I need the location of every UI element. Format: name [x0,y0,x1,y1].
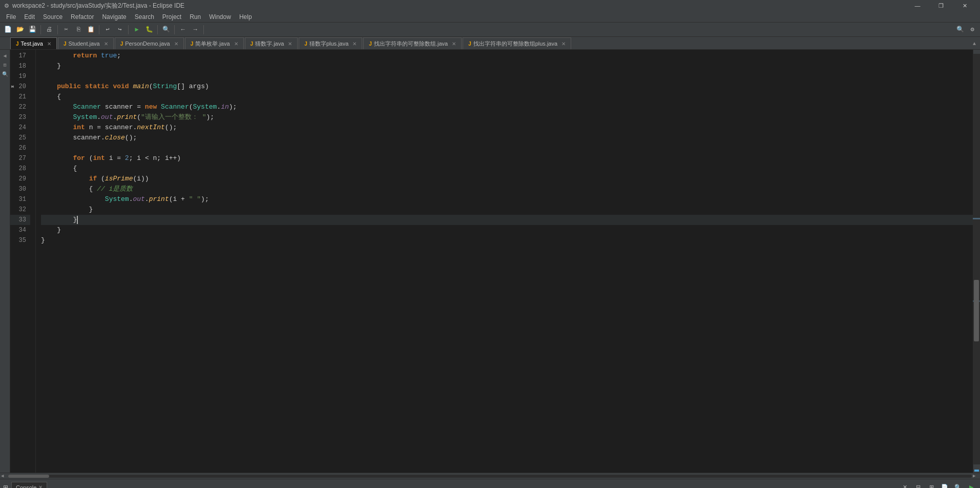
maximize-button[interactable]: ❐ [930,0,952,11]
tab-close-findstrplus[interactable]: ✕ [561,41,566,47]
h-scroll-right[interactable]: ▶ [973,473,979,479]
tab-close-simpleenum[interactable]: ✕ [234,41,238,47]
tab-icon-guessnumber: J [251,41,254,47]
code-line-30: { // i是质数 [41,184,973,194]
menu-refactor[interactable]: Refactor [67,11,98,23]
line-num-22: 22 [10,102,30,112]
toolbar-save[interactable]: 💾 [27,24,38,35]
editor-layout: ◀ ⊞ 🔍 17 18 19 20◀ 21 22 23 24 25 26 27 … [0,50,980,473]
tab-close-student[interactable]: ✕ [104,41,108,47]
toolbar-search[interactable]: 🔍 [160,24,172,35]
menu-project[interactable]: Project [158,11,185,23]
console-tab-close[interactable]: ✕ [38,484,43,488]
left-icon-1[interactable]: ◀ [1,52,9,60]
menu-search[interactable]: Search [131,11,158,23]
h-scroll-track[interactable] [8,475,972,478]
horizontal-scrollbar[interactable]: ◀ ▶ [0,473,980,479]
line-num-25: 25 [10,133,30,143]
toolbar-right-2[interactable]: ⚙ [967,24,978,35]
console-btn-4[interactable]: 📄 [939,482,950,489]
code-line-32: } [41,205,973,215]
line-num-30: 30 [10,184,30,194]
menu-source[interactable]: Source [39,11,67,23]
title-bar: ⚙ workspace2 - study/src/javaStudy/实验2/T… [0,0,980,11]
console-btn-5[interactable]: 🔍 [952,482,964,489]
toolbar-cut[interactable]: ✂ [60,24,72,35]
line-num-35: 35 [10,235,30,246]
minimize-button[interactable]: — [906,0,929,11]
toolbar-sep-5 [157,25,158,34]
tab-test-java[interactable]: J Test.java ✕ [10,37,57,49]
console-btn-3[interactable]: ⊞ [926,482,937,489]
toolbar-right-1[interactable]: 🔍 [954,24,966,35]
toolbar-forward[interactable]: → [190,24,201,35]
tab-findstr-java[interactable]: J 找出字符串的可整除数组.java ✕ [363,37,462,49]
tab-student-java[interactable]: J Student.java ✕ [58,37,114,49]
tab-icon-student: J [64,41,67,47]
tab-guessnumber-java[interactable]: J 猜数字.java ✕ [245,37,298,49]
tab-close-guessnumber[interactable]: ✕ [288,41,292,47]
console-btn-2[interactable]: ⊟ [912,482,924,489]
toolbar-sep-6 [174,25,175,34]
line-num-23: 23 [10,112,30,123]
bottom-panel: ⊞ Console ✕ ✕ ⊟ ⊞ 📄 🔍 ▶ [0,479,980,488]
tab-close-findstr[interactable]: ✕ [452,41,456,47]
tab-scroll-up[interactable]: ▲ [969,38,980,49]
code-line-34: } [41,225,973,235]
line-num-29: 29 [10,174,30,184]
console-icon-area: ⊞ [3,484,8,489]
line-num-33: 33 [10,215,30,225]
toolbar-open[interactable]: 📂 [14,24,26,35]
code-content-area[interactable]: return true; } public static void main(S… [36,50,973,473]
menu-run[interactable]: Run [185,11,205,23]
toolbar-back[interactable]: ← [177,24,189,35]
menu-edit[interactable]: Edit [20,11,39,23]
tab-guessnumberplus-java[interactable]: J 猜数字plus.java ✕ [299,37,362,49]
console-btn-1[interactable]: ✕ [899,482,910,489]
console-tab[interactable]: Console ✕ [11,482,47,489]
tab-simpleenum-java[interactable]: J 简单枚举.java ✕ [185,37,244,49]
toolbar-debug[interactable]: 🐛 [143,24,155,35]
left-icon-2[interactable]: ⊞ [1,61,9,69]
code-line-19 [41,71,973,82]
toolbar-redo[interactable]: ↪ [114,24,126,35]
toolbar-new[interactable]: 📄 [2,24,13,35]
code-line-31: System.out.print(i + " "); [41,194,973,205]
console-btn-6[interactable]: ▶ [966,482,977,489]
menu-help[interactable]: Help [235,11,256,23]
tab-close-test[interactable]: ✕ [47,41,51,47]
tab-close-guessnumberplus[interactable]: ✕ [352,41,357,47]
toolbar-print[interactable]: 🖨 [44,24,55,35]
line-num-31: 31 [10,194,30,205]
h-scroll-left[interactable]: ◀ [1,473,7,479]
toolbar-undo[interactable]: ↩ [102,24,113,35]
tab-label-simpleenum: 简单枚举.java [195,40,230,48]
vertical-scrollbar-thumb[interactable] [974,280,979,341]
toolbar-sep-1 [40,25,41,34]
close-button[interactable]: ✕ [953,0,976,11]
menu-navigate[interactable]: Navigate [98,11,130,23]
menu-file[interactable]: File [2,11,20,23]
vertical-scrollbar-track[interactable] [973,54,980,464]
tab-close-persondemo[interactable]: ✕ [174,41,178,47]
toolbar: 📄 📂 💾 🖨 ✂ ⎘ 📋 ↩ ↪ ▶ 🐛 🔍 ← → 🔍 ⚙ [0,23,980,37]
right-scroll-panel [973,50,980,473]
h-scroll-thumb[interactable] [8,475,49,478]
toolbar-copy[interactable]: ⎘ [73,24,84,35]
tab-findstrplus-java[interactable]: J 找出字符串的可整除数组plus.java ✕ [463,37,571,49]
code-line-25: scanner.close(); [41,133,973,143]
tabs-bar: J Test.java ✕ J Student.java ✕ J PersonD… [0,37,980,50]
menu-window[interactable]: Window [205,11,235,23]
line-num-27: 27 [10,153,30,164]
code-editor[interactable]: 17 18 19 20◀ 21 22 23 24 25 26 27 28 29 … [10,50,973,473]
tab-icon-test: J [16,41,19,47]
tab-icon-findstr: J [369,41,372,47]
tab-persondemo-java[interactable]: J PersonDemo.java ✕ [115,37,184,49]
code-line-17: return true; [41,51,973,61]
title-bar-icon: ⚙ [4,3,9,9]
line-num-28: 28 [10,164,30,174]
left-icon-3[interactable]: 🔍 [1,70,9,78]
toolbar-run[interactable]: ▶ [131,24,142,35]
line-num-20: 20◀ [10,82,30,92]
toolbar-paste[interactable]: 📋 [85,24,96,35]
